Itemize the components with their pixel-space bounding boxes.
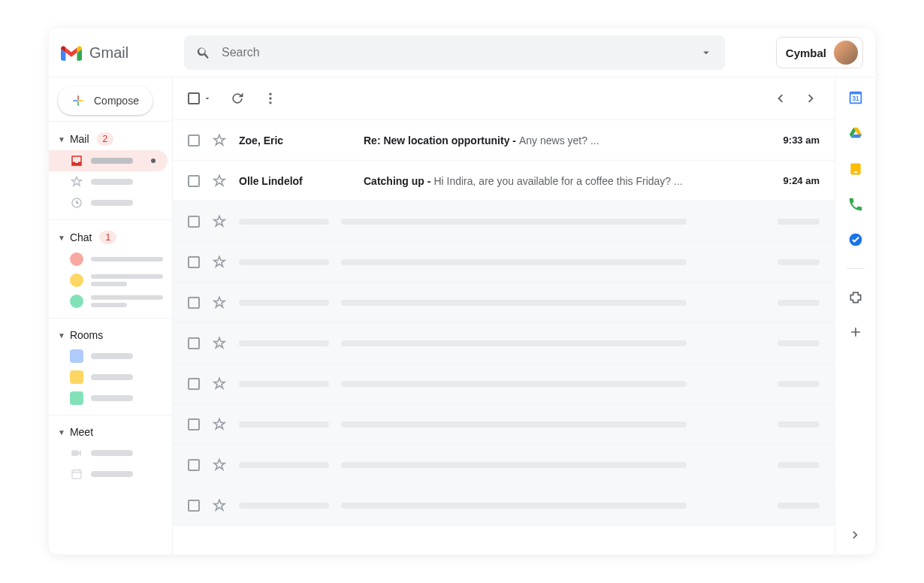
chat-item[interactable] bbox=[49, 291, 172, 312]
email-row-placeholder[interactable] bbox=[173, 485, 835, 526]
star-icon[interactable] bbox=[212, 174, 227, 189]
checkbox-icon[interactable] bbox=[188, 134, 200, 147]
svg-rect-10 bbox=[853, 171, 857, 173]
chat-placeholder bbox=[91, 257, 163, 261]
meet-item-new[interactable] bbox=[49, 443, 172, 464]
avatar[interactable] bbox=[834, 41, 858, 65]
section-chat: ▼ Chat 1 bbox=[49, 219, 172, 318]
app-name: Gmail bbox=[89, 44, 128, 62]
email-time: 9:33 am bbox=[767, 134, 820, 146]
chat-item[interactable] bbox=[49, 270, 172, 291]
logo-area: Gmail bbox=[61, 44, 172, 62]
email-row-placeholder[interactable] bbox=[173, 445, 835, 485]
room-item[interactable] bbox=[49, 367, 172, 388]
star-icon[interactable] bbox=[212, 498, 227, 513]
nav-item-snoozed[interactable] bbox=[49, 192, 172, 213]
email-row[interactable]: Zoe, Eric Re: New location opportunity -… bbox=[173, 120, 835, 161]
meet-item-join[interactable] bbox=[49, 464, 172, 485]
star-icon[interactable] bbox=[212, 255, 227, 270]
placeholder-subject bbox=[341, 219, 687, 225]
checkbox-icon[interactable] bbox=[188, 459, 200, 471]
drive-icon[interactable] bbox=[847, 125, 864, 142]
plus-icon[interactable] bbox=[848, 325, 863, 340]
chevron-left-icon[interactable] bbox=[772, 90, 788, 107]
checkbox-icon[interactable] bbox=[188, 418, 200, 430]
email-sender: Olle Lindelof bbox=[239, 175, 352, 187]
section-header-mail[interactable]: ▼ Mail 2 bbox=[49, 128, 172, 150]
placeholder-sender bbox=[239, 462, 329, 468]
checkbox-icon[interactable] bbox=[188, 216, 200, 228]
checkbox-icon[interactable] bbox=[188, 297, 200, 309]
brand-pill[interactable]: Cymbal bbox=[776, 37, 863, 68]
placeholder-time bbox=[778, 421, 820, 427]
star-icon[interactable] bbox=[212, 295, 227, 310]
search-icon bbox=[196, 45, 211, 60]
placeholder-sender bbox=[239, 219, 329, 225]
header: Gmail Cymbal bbox=[49, 29, 875, 77]
checkbox-icon[interactable] bbox=[188, 337, 200, 349]
section-header-chat[interactable]: ▼ Chat 1 bbox=[49, 226, 172, 249]
caret-down-icon bbox=[203, 94, 212, 103]
more-vert-icon[interactable] bbox=[263, 91, 278, 106]
checkbox-icon[interactable] bbox=[188, 500, 200, 512]
addons-icon[interactable] bbox=[848, 290, 863, 305]
email-row-placeholder[interactable] bbox=[173, 364, 835, 404]
checkbox-icon[interactable] bbox=[188, 256, 200, 268]
nav-item-starred[interactable] bbox=[49, 171, 172, 192]
svg-point-3 bbox=[269, 93, 271, 95]
star-icon[interactable] bbox=[212, 376, 227, 391]
email-row-placeholder[interactable] bbox=[173, 282, 835, 323]
rail-divider bbox=[847, 268, 865, 269]
star-icon[interactable] bbox=[212, 417, 227, 432]
email-list: Zoe, Eric Re: New location opportunity -… bbox=[173, 119, 835, 554]
star-icon[interactable] bbox=[212, 133, 227, 148]
email-row-placeholder[interactable] bbox=[173, 323, 835, 364]
section-header-meet[interactable]: ▼ Meet bbox=[49, 421, 172, 443]
checkbox-icon[interactable] bbox=[188, 175, 200, 187]
star-icon[interactable] bbox=[212, 336, 227, 351]
main: Zoe, Eric Re: New location opportunity -… bbox=[173, 77, 835, 554]
calendar-blank-icon bbox=[70, 467, 83, 481]
compose-button[interactable]: Compose bbox=[58, 86, 152, 115]
svg-point-5 bbox=[269, 101, 271, 104]
nav-item-inbox[interactable] bbox=[49, 150, 168, 171]
section-meet: ▼ Meet bbox=[49, 415, 172, 491]
star-icon[interactable] bbox=[212, 214, 227, 229]
calendar-icon[interactable]: 31 bbox=[847, 89, 864, 106]
chat-placeholder bbox=[91, 274, 163, 286]
email-row-placeholder[interactable] bbox=[173, 242, 835, 282]
tasks-icon[interactable] bbox=[848, 232, 863, 247]
chevron-right-icon[interactable] bbox=[803, 90, 820, 107]
email-row-placeholder[interactable] bbox=[173, 404, 835, 445]
placeholder-subject bbox=[341, 300, 687, 306]
body: Compose ▼ Mail 2 bbox=[49, 77, 875, 554]
placeholder-sender bbox=[239, 381, 329, 387]
section-header-rooms[interactable]: ▼ Rooms bbox=[49, 325, 172, 346]
chat-item[interactable] bbox=[49, 249, 172, 270]
chat-badge: 1 bbox=[99, 231, 116, 244]
chevron-right-icon[interactable] bbox=[848, 527, 863, 542]
checkbox-icon[interactable] bbox=[188, 378, 200, 390]
toolbar bbox=[173, 77, 835, 119]
keep-icon[interactable] bbox=[848, 162, 863, 177]
chat-avatar-icon bbox=[70, 273, 83, 287]
section-title: Rooms bbox=[70, 329, 103, 341]
room-item[interactable] bbox=[49, 346, 172, 367]
svg-rect-2 bbox=[72, 470, 81, 479]
search-input[interactable] bbox=[222, 46, 689, 59]
search-bar[interactable] bbox=[184, 35, 725, 70]
caret-down-icon: ▼ bbox=[58, 331, 65, 340]
refresh-icon[interactable] bbox=[230, 91, 245, 106]
placeholder-sender bbox=[239, 503, 329, 509]
room-item[interactable] bbox=[49, 388, 172, 409]
checkbox-icon bbox=[188, 92, 200, 104]
contacts-icon[interactable] bbox=[847, 196, 864, 213]
unread-dot-icon bbox=[151, 159, 156, 163]
email-row[interactable]: Olle Lindelof Catching up - Hi Indira, a… bbox=[173, 161, 835, 201]
placeholder-subject bbox=[341, 421, 687, 427]
search-options-icon[interactable] bbox=[699, 46, 713, 59]
star-icon[interactable] bbox=[212, 458, 227, 473]
email-row-placeholder[interactable] bbox=[173, 201, 835, 242]
select-all[interactable] bbox=[188, 92, 212, 104]
placeholder-subject bbox=[341, 259, 687, 265]
